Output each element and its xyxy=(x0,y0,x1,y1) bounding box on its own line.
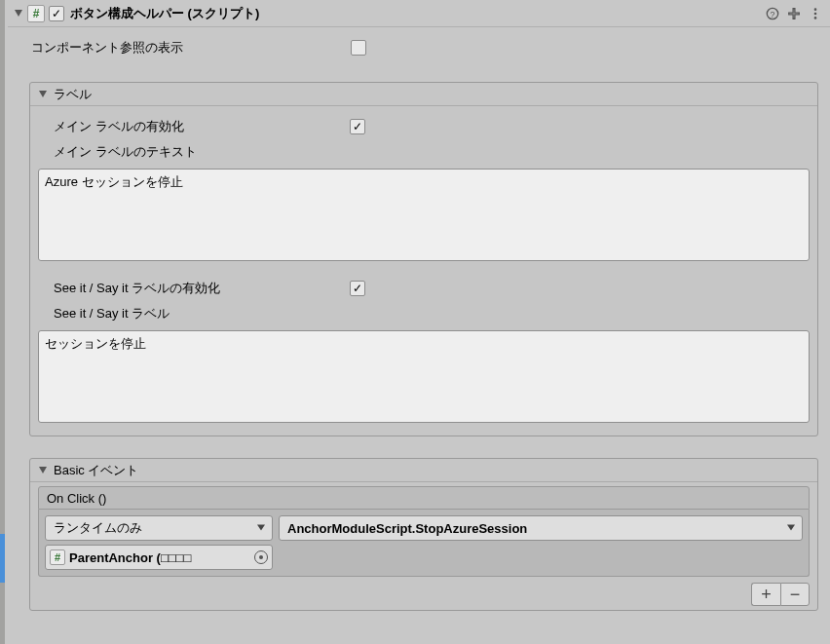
main-label-enable-label: メイン ラベルの有効化 xyxy=(38,118,350,135)
target-object-field[interactable]: # ParentAnchor (□□□□ xyxy=(45,545,273,570)
svg-point-4 xyxy=(814,12,817,15)
labels-section: ラベル メイン ラベルの有効化 ✓ メイン ラベルのテキスト See it / … xyxy=(29,82,818,436)
show-component-refs-checkbox[interactable] xyxy=(351,40,366,56)
onclick-header: On Click () xyxy=(38,486,810,510)
function-value: AnchorModuleScript.StopAzureSession xyxy=(287,521,527,536)
svg-marker-7 xyxy=(39,467,47,474)
function-dropdown[interactable]: AnchorModuleScript.StopAzureSession xyxy=(279,515,803,541)
labels-foldout-icon xyxy=(38,90,48,99)
main-label-text-label: メイン ラベルのテキスト xyxy=(38,143,350,161)
runtime-mode-value: ランタイムのみ xyxy=(54,519,142,537)
chevron-down-icon xyxy=(786,521,796,536)
onclick-body: ランタイムのみ AnchorModuleScript.StopAzureSess… xyxy=(38,510,810,577)
chevron-down-icon xyxy=(256,521,266,536)
svg-marker-9 xyxy=(787,525,795,531)
onclick-title: On Click () xyxy=(47,491,106,506)
see-say-enable-checkbox[interactable]: ✓ xyxy=(350,281,365,296)
main-label-text-input[interactable] xyxy=(38,169,810,261)
svg-point-3 xyxy=(814,8,817,11)
events-section: Basic イベント On Click () ランタイムのみ xyxy=(29,458,818,611)
context-menu-icon[interactable] xyxy=(807,5,824,22)
events-section-header[interactable]: Basic イベント xyxy=(30,459,817,482)
see-say-enable-label: See it / Say it ラベルの有効化 xyxy=(38,280,350,297)
svg-marker-8 xyxy=(257,525,265,531)
target-object-value: ParentAnchor (□□□□ xyxy=(69,550,250,565)
component-title: ボタン構成ヘルパー (スクリプト) xyxy=(70,5,259,22)
see-say-text-label: See it / Say it ラベル xyxy=(38,305,350,322)
script-icon: # xyxy=(27,5,45,22)
component-header: # ✓ ボタン構成ヘルパー (スクリプト) ? xyxy=(8,0,830,27)
script-icon: # xyxy=(50,549,65,565)
add-event-button[interactable]: + xyxy=(751,583,780,606)
svg-marker-6 xyxy=(39,91,47,97)
component-enable-checkbox[interactable]: ✓ xyxy=(49,6,64,21)
labels-section-title: ラベル xyxy=(54,86,92,103)
main-label-enable-checkbox[interactable]: ✓ xyxy=(350,119,365,134)
show-component-refs-row: コンポーネント参照の表示 xyxy=(19,37,818,58)
labels-section-header[interactable]: ラベル xyxy=(30,83,817,106)
svg-marker-0 xyxy=(15,10,22,17)
help-icon[interactable]: ? xyxy=(764,5,781,22)
svg-text:?: ? xyxy=(771,9,775,19)
svg-point-5 xyxy=(814,17,817,19)
events-section-title: Basic イベント xyxy=(54,462,138,479)
preset-icon[interactable] xyxy=(785,5,803,22)
see-say-text-input[interactable] xyxy=(38,330,810,423)
events-foldout-icon xyxy=(38,466,48,475)
object-picker-icon[interactable] xyxy=(254,550,268,564)
runtime-mode-dropdown[interactable]: ランタイムのみ xyxy=(45,515,273,541)
remove-event-button[interactable]: − xyxy=(780,583,810,606)
foldout-toggle[interactable] xyxy=(14,9,23,19)
show-component-refs-label: コンポーネント参照の表示 xyxy=(19,39,351,57)
